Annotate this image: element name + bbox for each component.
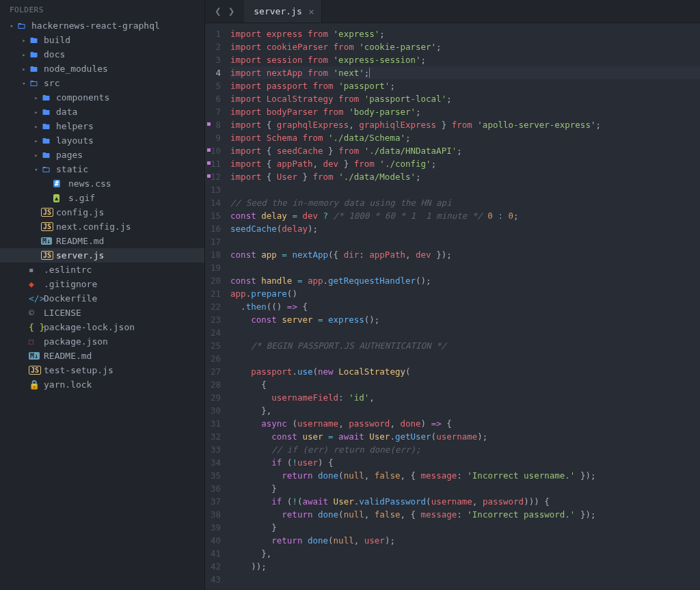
- json-icon: { }: [29, 322, 41, 332]
- file-next-config-js[interactable]: JSnext.config.js: [0, 219, 204, 234]
- folder-build[interactable]: ▸build: [0, 33, 204, 47]
- code-line[interactable]: const server = express();: [230, 313, 700, 326]
- code-line[interactable]: [230, 261, 700, 274]
- code-line[interactable]: // Seed the in-memory data using the HN …: [230, 196, 700, 209]
- file-s-gif[interactable]: ▲s.gif: [0, 191, 204, 205]
- expand-icon[interactable]: ▸: [31, 94, 41, 101]
- file-label: static: [56, 164, 88, 174]
- folder-hackernews-react-graphql[interactable]: ▾hackernews-react-graphql: [0, 18, 204, 33]
- code-line[interactable]: import LocalStrategy from 'passport-loca…: [230, 92, 700, 105]
- file-readme-md[interactable]: M↓README.md: [0, 349, 204, 363]
- expand-icon[interactable]: ▸: [19, 51, 29, 58]
- close-icon[interactable]: ×: [308, 6, 314, 17]
- code-line[interactable]: return done(null, false, { message: 'Inc…: [230, 508, 700, 521]
- code-line[interactable]: import bodyParser from 'body-parser';: [230, 105, 700, 118]
- file-license[interactable]: ©LICENSE: [0, 306, 204, 320]
- code-line[interactable]: import nextApp from 'next';: [230, 66, 700, 79]
- code-line[interactable]: const handle = app.getRequestHandler();: [230, 274, 700, 287]
- file-label: .gitignore: [44, 279, 97, 289]
- code-line[interactable]: const user = await User.getUser(username…: [230, 430, 700, 443]
- expand-icon[interactable]: ▸: [19, 66, 29, 72]
- folder-node-modules[interactable]: ▸node_modules: [0, 62, 204, 76]
- folder-layouts[interactable]: ▸layouts: [0, 133, 204, 148]
- nav-forward-icon[interactable]: ❯: [228, 5, 235, 18]
- code-line[interactable]: [230, 352, 700, 365]
- code-area[interactable]: 1234567891011121314151617181920212223242…: [205, 23, 700, 590]
- folder-pages[interactable]: ▸pages: [0, 148, 204, 162]
- code-line[interactable]: [230, 573, 700, 586]
- folder-static[interactable]: ▾static: [0, 162, 204, 176]
- code-line[interactable]: /* BEGIN PASSPORT.JS AUTHENTICATION */: [230, 339, 700, 352]
- code-line[interactable]: },: [230, 547, 700, 560]
- code-line[interactable]: [230, 235, 700, 248]
- code-line[interactable]: }: [230, 521, 700, 534]
- code-line[interactable]: const delay = dev ? /* 1000 * 60 * 1 1 m…: [230, 209, 700, 222]
- folder-data[interactable]: ▸data: [0, 105, 204, 119]
- folder-helpers[interactable]: ▸helpers: [0, 119, 204, 133]
- code-line[interactable]: import { seedCache } from './data/HNData…: [230, 144, 700, 157]
- folder-src[interactable]: ▾src: [0, 76, 204, 90]
- file-dockerfile[interactable]: </>Dockerfile: [0, 291, 204, 306]
- file-server-js[interactable]: JSserver.js: [0, 248, 204, 263]
- expand-icon[interactable]: ▾: [19, 80, 29, 87]
- modified-marker-icon: [207, 122, 211, 126]
- line-number: 29: [211, 391, 221, 404]
- file-package-lock-json[interactable]: { }package-lock.json: [0, 320, 204, 334]
- code-line[interactable]: seedCache(delay);: [230, 222, 700, 235]
- file-test-setup-js[interactable]: JStest-setup.js: [0, 363, 204, 377]
- folder-icon: [29, 65, 41, 73]
- folder-open-icon: [41, 165, 53, 174]
- code-line[interactable]: import { User } from './data/Models';: [230, 170, 700, 183]
- code-line[interactable]: return done(null, false, { message: 'Inc…: [230, 469, 700, 482]
- folder-docs[interactable]: ▸docs: [0, 47, 204, 62]
- code-line[interactable]: import { graphqlExpress, graphiqlExpress…: [230, 118, 700, 131]
- expand-icon[interactable]: ▸: [31, 137, 41, 144]
- folder-components[interactable]: ▸components: [0, 90, 204, 105]
- code-line[interactable]: },: [230, 404, 700, 417]
- code-line[interactable]: [230, 183, 700, 196]
- line-number: 26: [211, 352, 221, 365]
- file-yarn-lock[interactable]: 🔒yarn.lock: [0, 377, 204, 392]
- code-line[interactable]: import session from 'express-session';: [230, 53, 700, 66]
- code-line[interactable]: ));: [230, 560, 700, 573]
- expand-icon[interactable]: ▸: [19, 37, 29, 44]
- code-line[interactable]: {: [230, 378, 700, 391]
- file--gitignore[interactable]: ◆.gitignore: [0, 277, 204, 291]
- code-line[interactable]: async (username, password, done) => {: [230, 417, 700, 430]
- code-line[interactable]: if (!user) {: [230, 456, 700, 469]
- file--eslintrc[interactable]: ▪.eslintrc: [0, 263, 204, 277]
- code-line[interactable]: }: [230, 482, 700, 495]
- file-label: news.css: [68, 178, 111, 189]
- tab-bar: ❮ ❯ server.js ×: [205, 0, 700, 23]
- code-line[interactable]: [230, 326, 700, 339]
- file-package-json[interactable]: ⬚package.json: [0, 334, 204, 349]
- code-line[interactable]: import { appPath, dev } from './config';: [230, 157, 700, 170]
- code-line[interactable]: import cookieParser from 'cookie-parser'…: [230, 40, 700, 53]
- code-line[interactable]: // if (err) return done(err);: [230, 443, 700, 456]
- code-line[interactable]: usernameField: 'id',: [230, 391, 700, 404]
- code-line[interactable]: import Schema from './data/Schema';: [230, 131, 700, 144]
- expand-icon[interactable]: ▾: [31, 166, 41, 173]
- expand-icon[interactable]: ▸: [31, 123, 41, 130]
- file-label: Dockerfile: [44, 293, 97, 304]
- code-line[interactable]: if (!(await User.validPassword(username,…: [230, 495, 700, 508]
- line-number: 27: [211, 365, 221, 378]
- file-config-js[interactable]: JSconfig.js: [0, 205, 204, 219]
- code-lines[interactable]: import express from 'express';import coo…: [230, 23, 700, 590]
- tab-server-js[interactable]: server.js ×: [244, 0, 321, 23]
- nav-back-icon[interactable]: ❮: [215, 5, 221, 18]
- code-line[interactable]: .then(() => {: [230, 300, 700, 313]
- code-line[interactable]: const app = nextApp({ dir: appPath, dev …: [230, 248, 700, 261]
- file-news-css[interactable]: #news.css: [0, 176, 204, 191]
- expand-icon[interactable]: ▾: [7, 23, 16, 29]
- file-readme-md[interactable]: M↓README.md: [0, 234, 204, 248]
- code-line[interactable]: return done(null, user);: [230, 534, 700, 547]
- code-line[interactable]: import passport from 'passport';: [230, 79, 700, 92]
- code-line[interactable]: app.prepare(): [230, 287, 700, 300]
- line-number: 15: [211, 209, 221, 222]
- code-line[interactable]: passport.use(new LocalStrategy(: [230, 365, 700, 378]
- code-line[interactable]: import express from 'express';: [230, 27, 700, 40]
- file-label: next.config.js: [56, 222, 131, 232]
- expand-icon[interactable]: ▸: [31, 109, 41, 116]
- expand-icon[interactable]: ▸: [31, 152, 41, 159]
